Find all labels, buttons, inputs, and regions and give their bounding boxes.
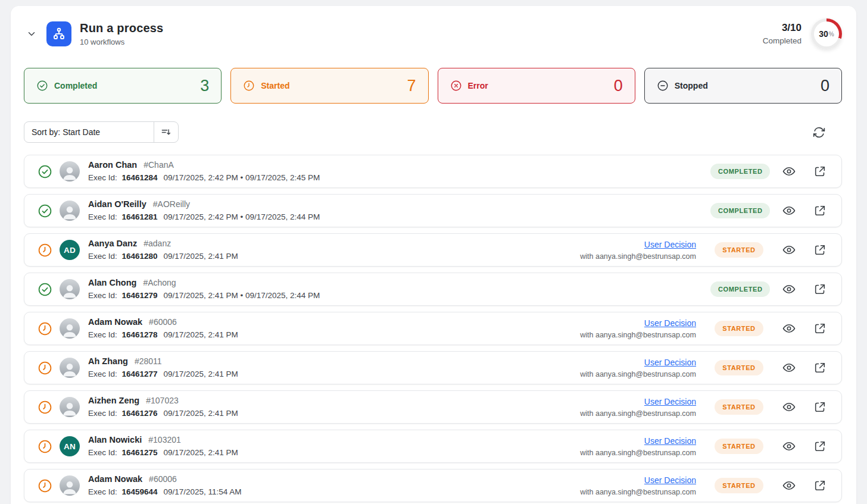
user-name: Alan Chong	[88, 278, 136, 287]
view-button[interactable]	[779, 240, 799, 259]
collapse-chevron-icon[interactable]	[24, 26, 39, 42]
exec-id-value: 16461278	[122, 330, 158, 339]
started-status-icon	[38, 321, 52, 336]
workflow-info: Aanya Danz #adanz Exec Id: 16461280 09/1…	[88, 238, 580, 262]
user-tag: #107023	[146, 396, 179, 405]
workflow-count: 10 workflows	[80, 37, 163, 47]
view-button[interactable]	[779, 201, 799, 220]
summary-card-completed[interactable]: Completed 3	[24, 68, 222, 104]
process-icon	[46, 21, 71, 46]
user-decision-link[interactable]: User Decision	[644, 240, 696, 249]
open-external-button[interactable]	[810, 319, 829, 338]
clock-icon	[243, 80, 255, 92]
exec-dates: 09/17/2025, 2:41 PM	[163, 448, 238, 457]
workflow-row[interactable]: Ah Zhang #28011 Exec Id: 16461277 09/17/…	[24, 351, 842, 384]
exec-dates: 09/17/2025, 2:41 PM	[163, 370, 238, 378]
workflow-list: Aaron Chan #ChanA Exec Id: 16461284 09/1…	[24, 155, 842, 502]
open-external-button[interactable]	[810, 476, 829, 495]
user-decision-link[interactable]: User Decision	[644, 436, 696, 446]
view-button[interactable]	[779, 280, 799, 299]
summary-card-started[interactable]: Started 7	[230, 68, 428, 104]
summary-count: 7	[407, 77, 416, 95]
open-external-button[interactable]	[810, 162, 829, 181]
user-name: Aizhen Zeng	[88, 396, 139, 405]
exec-id-label: Exec Id:	[88, 252, 117, 261]
open-external-button[interactable]	[810, 280, 829, 299]
progress-ratio: 3/10	[763, 21, 801, 35]
summary-card-stopped[interactable]: Stopped 0	[644, 68, 842, 104]
exec-dates: 09/17/2025, 2:41 PM • 09/17/2025, 2:44 P…	[163, 291, 320, 300]
summary-count: 3	[200, 77, 209, 95]
workflow-row[interactable]: Aidan O'Reilly #AOReilly Exec Id: 164612…	[24, 194, 842, 227]
user-name: Aidan O'Reilly	[88, 199, 146, 209]
user-decision-link[interactable]: User Decision	[644, 397, 696, 406]
summary-label: Started	[261, 81, 289, 90]
exec-id-value: 16461277	[122, 370, 158, 378]
status-badge: STARTED	[715, 439, 763, 454]
open-external-button[interactable]	[810, 201, 829, 220]
view-button[interactable]	[779, 397, 799, 417]
open-external-button[interactable]	[810, 397, 829, 417]
exec-id-value: 16461280	[122, 252, 158, 261]
exec-dates: 09/17/2025, 2:41 PM	[163, 330, 238, 339]
sort-select[interactable]: Sort by: Start Date	[24, 121, 179, 143]
workflow-row[interactable]: Aaron Chan #ChanA Exec Id: 16461284 09/1…	[24, 155, 842, 188]
status-badge: STARTED	[715, 478, 763, 493]
workflow-row[interactable]: Aizhen Zeng #107023 Exec Id: 16461276 09…	[24, 390, 842, 424]
avatar	[60, 358, 80, 378]
decision-assignee: with aanya.singh@bestrunsap.com	[580, 487, 696, 498]
workflow-info: Aizhen Zeng #107023 Exec Id: 16461276 09…	[88, 395, 580, 419]
open-external-button[interactable]	[810, 358, 829, 377]
workflow-info: Aidan O'Reilly #AOReilly Exec Id: 164612…	[88, 199, 696, 223]
user-tag: #Achong	[143, 278, 176, 287]
workflow-info: Aaron Chan #ChanA Exec Id: 16461284 09/1…	[88, 159, 696, 183]
status-badge: COMPLETED	[710, 164, 770, 179]
view-button[interactable]	[779, 162, 799, 181]
user-decision-link[interactable]: User Decision	[644, 475, 696, 485]
decision-block: User Decision with aanya.singh@bestrunsa…	[580, 434, 696, 459]
started-status-icon	[38, 400, 52, 415]
exec-id-label: Exec Id:	[88, 212, 117, 221]
exec-dates: 09/17/2025, 2:41 PM	[163, 252, 238, 261]
summary-card-error[interactable]: Error 0	[438, 68, 635, 104]
user-decision-link[interactable]: User Decision	[644, 358, 696, 367]
exec-id-value: 16461275	[122, 448, 158, 457]
exec-id-label: Exec Id:	[88, 487, 117, 496]
percent-symbol: %	[829, 31, 834, 37]
decision-assignee: with aanya.singh@bestrunsap.com	[580, 409, 696, 420]
workflow-info: Adam Nowak #60006 Exec Id: 16461278 09/1…	[88, 317, 580, 340]
decision-assignee: with aanya.singh@bestrunsap.com	[580, 448, 696, 459]
workflow-row[interactable]: AD Aanya Danz #adanz Exec Id: 16461280 0…	[24, 233, 842, 267]
workflow-row[interactable]: Adam Nowak #60006 Exec Id: 16459644 09/1…	[24, 469, 842, 502]
status-summary: Completed 3 Started 7 Error 0 Stopped 0	[24, 68, 842, 104]
user-tag: #60006	[149, 317, 177, 327]
workflow-row[interactable]: Alan Chong #Achong Exec Id: 16461279 09/…	[24, 273, 842, 306]
decision-block: User Decision with aanya.singh@bestrunsa…	[580, 238, 696, 262]
sort-label: Sort by: Start Date	[24, 127, 154, 137]
workflow-info: Alan Nowicki #103201 Exec Id: 16461275 0…	[88, 434, 580, 458]
status-badge: COMPLETED	[710, 281, 770, 297]
view-button[interactable]	[779, 437, 799, 456]
decision-block: User Decision with aanya.singh@bestrunsa…	[580, 356, 696, 380]
view-button[interactable]	[779, 319, 799, 338]
workflow-row[interactable]: Adam Nowak #60006 Exec Id: 16461278 09/1…	[24, 312, 842, 345]
avatar	[60, 201, 80, 221]
completed-status-icon	[38, 204, 52, 218]
avatar	[60, 318, 80, 339]
open-external-button[interactable]	[810, 437, 829, 456]
exec-id-label: Exec Id:	[88, 409, 117, 418]
view-button[interactable]	[779, 476, 799, 495]
open-external-button[interactable]	[810, 240, 829, 259]
list-toolbar: Sort by: Start Date	[24, 121, 842, 143]
summary-label: Error	[468, 81, 488, 90]
user-decision-link[interactable]: User Decision	[644, 318, 696, 328]
decision-block: User Decision with aanya.singh@bestrunsa…	[580, 395, 696, 420]
refresh-button[interactable]	[809, 123, 829, 142]
sort-order-icon	[154, 126, 178, 138]
exec-id-value: 16461276	[122, 409, 158, 418]
workflow-row[interactable]: AN Alan Nowicki #103201 Exec Id: 1646127…	[24, 430, 842, 463]
x-circle-icon	[450, 80, 462, 92]
user-name: Alan Nowicki	[88, 435, 142, 444]
started-status-icon	[38, 243, 52, 258]
view-button[interactable]	[779, 358, 799, 377]
